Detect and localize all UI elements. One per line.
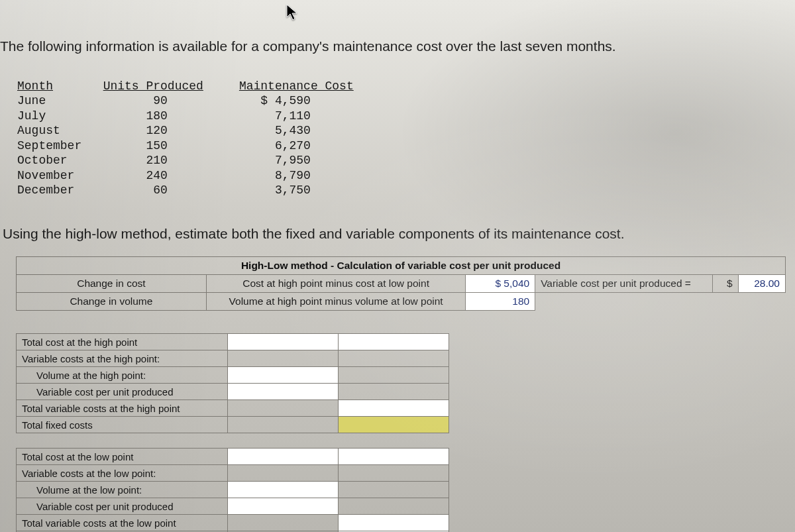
row-label: Total variable costs at the high point	[17, 400, 228, 417]
result-label: Variable cost per unit produced =	[535, 275, 713, 293]
cell-month: November	[17, 169, 74, 182]
table-row: Volume at the low point:	[17, 482, 449, 498]
table-row: Volume at the high point:	[17, 367, 449, 384]
result-value-input[interactable]: 28.00	[738, 275, 785, 293]
row-label: Volume at the high point:	[17, 367, 228, 384]
cell-month: June	[17, 94, 46, 107]
question-text: Using the high-low method, estimate both…	[3, 226, 795, 242]
cell-month: December	[17, 184, 74, 197]
row-value-input[interactable]: $ 5,040	[466, 275, 535, 293]
row-label: Change in volume	[17, 293, 207, 311]
cell-cost: 5,430	[275, 124, 311, 137]
cell-cost: 7,110	[275, 109, 311, 123]
row-label: Variable costs at the low point:	[17, 465, 228, 482]
cell-units: 240	[146, 169, 167, 182]
table-row: Change in cost Cost at high point minus …	[17, 275, 786, 293]
input-cell[interactable]	[339, 400, 449, 417]
intro-text: The following information is available f…	[0, 38, 795, 54]
table-row: Total variable costs at the high point	[17, 400, 449, 417]
high-point-section: Total cost at the high point Variable co…	[16, 333, 449, 433]
input-cell[interactable]	[228, 384, 339, 400]
row-value-input[interactable]: 180	[466, 293, 535, 311]
table-row: Total cost at the high point	[17, 334, 449, 350]
input-cell[interactable]	[339, 515, 449, 531]
cell-cost: 8,790	[275, 169, 311, 182]
cell-units: 150	[146, 139, 167, 152]
input-cell[interactable]	[339, 334, 449, 350]
high-low-worksheet: High-Low method - Calculation of variabl…	[16, 256, 786, 532]
table-row: Variable costs at the low point:	[17, 465, 449, 482]
input-cell[interactable]	[228, 482, 339, 498]
input-cell[interactable]	[228, 498, 339, 515]
cell-cost: 7,950	[275, 154, 311, 167]
row-label: Total variable costs at the low point	[17, 515, 228, 531]
cell-cost: $ 4,590	[260, 94, 311, 107]
table-row: Total variable costs at the low point	[17, 515, 449, 531]
cell-month: July	[17, 109, 46, 123]
row-label: Total cost at the high point	[17, 334, 228, 350]
table-row: Total cost at the low point	[17, 449, 449, 465]
cell-units: 210	[146, 154, 167, 167]
table-row: Variable cost per unit produced	[17, 498, 449, 515]
row-label: Total fixed costs	[17, 417, 228, 433]
input-cell[interactable]	[339, 449, 449, 465]
cell-units: 120	[146, 124, 167, 137]
row-desc: Volume at high point minus volume at low…	[206, 293, 466, 311]
row-label: Total cost at the low point	[17, 449, 228, 465]
input-cell[interactable]	[339, 417, 449, 433]
cell-cost: 6,270	[275, 139, 311, 152]
row-label: Variable cost per unit produced	[17, 498, 228, 515]
cell-cost: 3,750	[275, 184, 311, 197]
row-label: Change in cost	[17, 275, 207, 293]
row-label: Variable cost per unit produced	[17, 384, 228, 400]
cell-month: August	[17, 124, 60, 137]
hl-title: High-Low method - Calculation of variabl…	[17, 257, 786, 275]
cell-units: 90	[153, 94, 168, 107]
data-table: Month Units Produced Maintenance Cost Ju…	[17, 64, 795, 213]
cell-month: September	[17, 139, 81, 152]
header-cost: Maintenance Cost	[239, 80, 354, 93]
table-row: Total fixed costs	[17, 417, 449, 433]
input-cell[interactable]	[228, 367, 339, 384]
currency-symbol: $	[713, 275, 738, 293]
table-row: Variable cost per unit produced	[17, 384, 449, 400]
low-point-section: Total cost at the low point Variable cos…	[16, 448, 449, 532]
cell-units: 60	[153, 184, 168, 197]
header-month: Month	[17, 80, 53, 93]
row-label: Volume at the low point:	[17, 482, 228, 498]
row-desc: Cost at high point minus cost at low poi…	[206, 275, 466, 293]
table-row: Change in volume Volume at high point mi…	[17, 293, 786, 311]
input-cell[interactable]	[228, 334, 339, 350]
table-row: Variable costs at the high point:	[17, 350, 449, 367]
cell-units: 180	[146, 109, 167, 123]
row-label: Variable costs at the high point:	[17, 350, 228, 367]
header-units: Units Produced	[103, 80, 203, 93]
input-cell[interactable]	[228, 449, 339, 465]
cell-month: October	[17, 154, 68, 167]
